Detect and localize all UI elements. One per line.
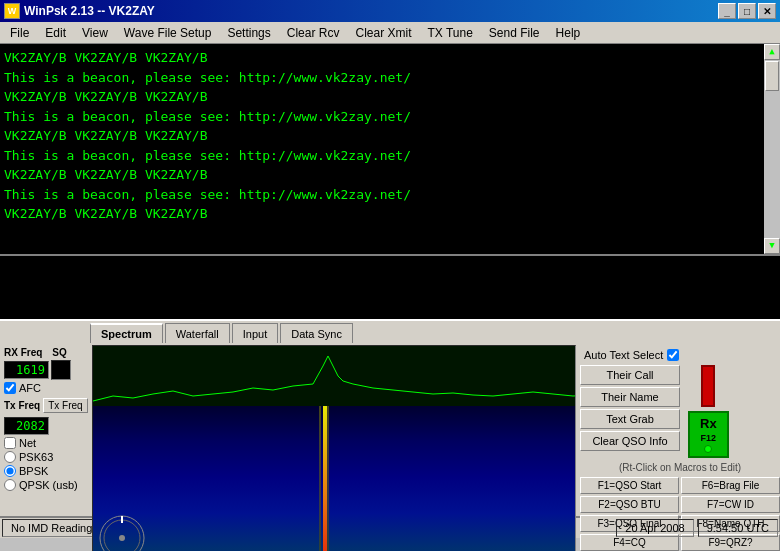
tab-spectrum[interactable]: Spectrum — [90, 323, 163, 343]
menu-item-clear-rcv[interactable]: Clear Rcv — [279, 24, 348, 42]
signal-column3 — [327, 406, 329, 551]
tx-display — [0, 254, 780, 319]
tab-bar: SpectrumWaterfallInputData Sync — [0, 321, 780, 343]
rx-freq-label: RX Freq — [4, 347, 42, 358]
text-line: VK2ZAY/B VK2ZAY/B VK2ZAY/B — [4, 48, 776, 68]
menu-item-view[interactable]: View — [74, 24, 116, 42]
tx-rx-controls: Rx F12 — [688, 365, 729, 458]
tab-data-sync[interactable]: Data Sync — [280, 323, 353, 343]
menu-item-edit[interactable]: Edit — [37, 24, 74, 42]
maximize-button[interactable]: □ — [738, 3, 756, 19]
rx-label: Rx — [700, 416, 717, 431]
time-status: 9:54:50 UTC — [698, 519, 778, 537]
rx-button[interactable]: Rx F12 — [688, 411, 729, 458]
tx-freq-section: Tx Freq Tx Freq — [4, 398, 88, 413]
bpsk-row: BPSK — [4, 465, 88, 477]
spectrum-svg — [93, 346, 575, 406]
spectrum-area[interactable]: 200 Hz Slow ◄ ► Zoom X1 3500 Hz — [92, 345, 576, 551]
rt-click-label: (Rt-Click on Macros to Edit) — [580, 460, 780, 475]
auto-text-checkbox[interactable] — [667, 349, 679, 361]
f7-macro-button[interactable]: F7=CW ID — [681, 496, 780, 513]
titlebar: W WinPsk 2.13 -- VK2ZAY _ □ ✕ — [0, 0, 780, 22]
waterfall-inner — [93, 406, 575, 551]
menu-item-send-file[interactable]: Send File — [481, 24, 548, 42]
text-line: VK2ZAY/B VK2ZAY/B VK2ZAY/B — [4, 126, 776, 146]
scroll-thumb[interactable] — [765, 61, 779, 91]
tx-freq-label: Tx Freq — [4, 400, 40, 411]
f1-macro-button[interactable]: F1=QSO Start — [580, 477, 679, 494]
f6-macro-button[interactable]: F6=Brag File — [681, 477, 780, 494]
sq-label: SQ — [52, 347, 66, 358]
bpsk-radio[interactable] — [4, 465, 16, 477]
afc-label: AFC — [19, 382, 41, 394]
rx-freq-row: RX Freq SQ — [4, 347, 88, 358]
scroll-track — [764, 60, 780, 238]
titlebar-title: WinPsk 2.13 -- VK2ZAY — [24, 4, 155, 18]
menu-item-wave-file-setup[interactable]: Wave File Setup — [116, 24, 220, 42]
menubar: FileEditViewWave File SetupSettingsClear… — [0, 22, 780, 44]
tuner-circle[interactable] — [97, 513, 147, 551]
imd-status: No IMD Reading — [2, 519, 101, 537]
text-line: VK2ZAY/B VK2ZAY/B VK2ZAY/B — [4, 165, 776, 185]
sq-indicator — [51, 360, 71, 380]
their-call-button[interactable]: Their Call — [580, 365, 680, 385]
spectrum-canvas — [93, 346, 575, 406]
auto-text-area: Auto Text Select — [580, 347, 776, 363]
f12-label: F12 — [701, 433, 717, 443]
scroll-down[interactable]: ▼ — [764, 238, 780, 254]
psk63-label: PSK63 — [19, 451, 53, 463]
scroll-up[interactable]: ▲ — [764, 44, 780, 60]
menu-item-tx-tune[interactable]: TX Tune — [419, 24, 480, 42]
signal-column2 — [319, 406, 321, 551]
clear-qso-button[interactable]: Clear QSO Info — [580, 431, 680, 451]
text-line: This is a beacon, please see: http://www… — [4, 68, 776, 88]
tx-freq-display[interactable]: 2082 — [4, 417, 49, 435]
app-icon: W — [4, 3, 20, 19]
text-line: This is a beacon, please see: http://www… — [4, 185, 776, 205]
minimize-button[interactable]: _ — [718, 3, 736, 19]
rx-freq-display[interactable]: 1619 — [4, 361, 49, 379]
tx-freq-button[interactable]: Tx Freq — [43, 398, 87, 413]
auto-text-label: Auto Text Select — [584, 349, 663, 361]
text-line: This is a beacon, please see: http://www… — [4, 146, 776, 166]
text-lines: VK2ZAY/B VK2ZAY/B VK2ZAY/BThis is a beac… — [4, 48, 776, 224]
tab-waterfall[interactable]: Waterfall — [165, 323, 230, 343]
psk63-row: PSK63 — [4, 451, 88, 463]
tuner-svg — [97, 513, 147, 551]
tab-input[interactable]: Input — [232, 323, 278, 343]
svg-point-4 — [119, 535, 125, 541]
qpsk-label: QPSK (usb) — [19, 479, 78, 491]
text-line: This is a beacon, please see: http://www… — [4, 107, 776, 127]
net-row: Net — [4, 437, 88, 449]
titlebar-buttons: _ □ ✕ — [718, 3, 776, 19]
tx-stop-button[interactable] — [701, 365, 715, 407]
qpsk-row: QPSK (usb) — [4, 479, 88, 491]
call-info: Their Call Their Name Text Grab Clear QS… — [580, 365, 680, 458]
f2-macro-button[interactable]: F2=QSO BTU — [580, 496, 679, 513]
scrollbar[interactable]: ▲ ▼ — [764, 44, 780, 254]
macro-panel: (Rt-Click on Macros to Edit) F1=QSO Star… — [580, 460, 780, 551]
date-status: 20 Apr 2008 — [616, 519, 693, 537]
menu-item-settings[interactable]: Settings — [219, 24, 278, 42]
net-label: Net — [19, 437, 36, 449]
text-line: VK2ZAY/B VK2ZAY/B VK2ZAY/B — [4, 204, 776, 224]
bpsk-label: BPSK — [19, 465, 48, 477]
their-name-button[interactable]: Their Name — [580, 387, 680, 407]
text-grab-button[interactable]: Text Grab — [580, 409, 680, 429]
afc-row: AFC — [4, 382, 88, 394]
text-line: VK2ZAY/B VK2ZAY/B VK2ZAY/B — [4, 87, 776, 107]
rx-freq-value-row: 1619 — [4, 360, 88, 380]
menu-item-help[interactable]: Help — [548, 24, 589, 42]
net-checkbox[interactable] — [4, 437, 16, 449]
menu-item-clear-xmit[interactable]: Clear Xmit — [347, 24, 419, 42]
right-top: Their Call Their Name Text Grab Clear QS… — [580, 365, 776, 458]
macro-row-2: F2=QSO BTU F7=CW ID — [580, 496, 780, 513]
afc-checkbox[interactable] — [4, 382, 16, 394]
qpsk-radio[interactable] — [4, 479, 16, 491]
bottom-section: SpectrumWaterfallInputData Sync RX Freq … — [0, 319, 780, 516]
close-button[interactable]: ✕ — [758, 3, 776, 19]
rx-indicator — [704, 445, 712, 453]
psk63-radio[interactable] — [4, 451, 16, 463]
svg-rect-0 — [93, 346, 575, 406]
menu-item-file[interactable]: File — [2, 24, 37, 42]
